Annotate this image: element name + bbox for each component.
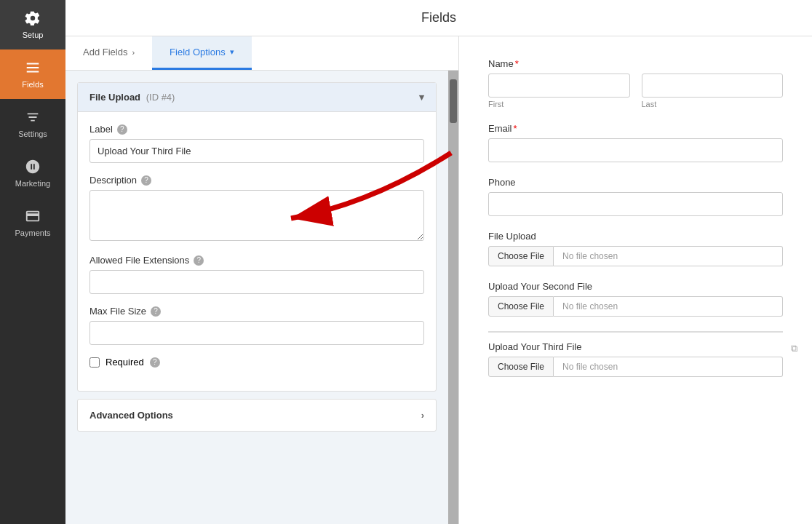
field-section-header[interactable]: File Upload (ID #4) ▾ bbox=[78, 83, 436, 112]
preview-second-file-group: Upload Your Second File Choose File No f… bbox=[488, 281, 783, 317]
third-file-no-file: No file chosen bbox=[554, 357, 783, 377]
first-name-sublabel: First bbox=[488, 100, 630, 108]
scrollbar-track[interactable] bbox=[448, 71, 458, 524]
preview-email-label: Email * bbox=[488, 123, 783, 134]
email-input[interactable] bbox=[488, 138, 783, 162]
payments-icon bbox=[25, 208, 41, 224]
preview-email-group: Email * bbox=[488, 123, 783, 162]
extensions-help-icon[interactable]: ? bbox=[194, 255, 204, 266]
chevron-down-icon: ▾ bbox=[230, 47, 234, 57]
max-size-field-label: Max File Size ? bbox=[89, 306, 424, 317]
file-upload-no-file: No file chosen bbox=[554, 246, 783, 266]
sidebar-item-settings-label: Settings bbox=[18, 130, 47, 138]
sidebar-item-payments-label: Payments bbox=[15, 229, 51, 237]
file-upload-row: Choose File No file chosen bbox=[488, 246, 783, 266]
last-name-input[interactable] bbox=[642, 74, 784, 98]
gear-icon bbox=[25, 10, 41, 26]
sidebar-item-settings[interactable]: Settings bbox=[0, 99, 65, 148]
preview-third-file-label: Upload Your Third File bbox=[488, 341, 783, 352]
required-label[interactable]: Required bbox=[106, 357, 144, 368]
panel-body: File Upload (ID #4) ▾ Label ? bbox=[65, 71, 448, 524]
field-section-title: File Upload bbox=[89, 92, 140, 103]
second-file-upload-row: Choose File No file chosen bbox=[488, 296, 783, 317]
field-section-id: (ID #4) bbox=[146, 92, 175, 103]
advanced-options-label: Advanced Options bbox=[89, 410, 173, 421]
max-size-group: Max File Size ? bbox=[89, 306, 424, 345]
right-panel: Name * First Last bbox=[458, 36, 812, 524]
chevron-down-icon: ▾ bbox=[419, 92, 424, 103]
fields-icon bbox=[25, 60, 41, 76]
chevron-right-icon: › bbox=[132, 48, 135, 57]
external-link-icon: ⧉ bbox=[791, 343, 797, 354]
required-group: Required ? bbox=[89, 357, 424, 368]
preview-name-group: Name * First Last bbox=[488, 58, 783, 108]
advanced-options-header[interactable]: Advanced Options › bbox=[78, 400, 436, 431]
last-name-sublabel: Last bbox=[642, 100, 784, 108]
max-size-input[interactable] bbox=[89, 321, 424, 345]
sidebar-item-fields-label: Fields bbox=[22, 80, 43, 89]
phone-input[interactable] bbox=[488, 192, 783, 216]
preview-second-file-label: Upload Your Second File bbox=[488, 281, 783, 292]
advanced-options-section: Advanced Options › bbox=[77, 399, 437, 432]
extensions-input[interactable] bbox=[89, 270, 424, 294]
description-help-icon[interactable]: ? bbox=[141, 175, 151, 186]
main-content: Fields Add Fields › Field Options ▾ bbox=[65, 0, 812, 524]
third-file-upload-row: Choose File No file chosen bbox=[488, 357, 783, 377]
preview-phone-group: Phone bbox=[488, 177, 783, 216]
sidebar-item-setup[interactable]: Setup bbox=[0, 0, 65, 49]
name-required-star: * bbox=[515, 58, 519, 69]
sidebar: Setup Fields Settings Marketing Payments bbox=[0, 0, 65, 524]
sidebar-item-fields[interactable]: Fields bbox=[0, 49, 65, 99]
preview-name-label: Name * bbox=[488, 58, 783, 69]
extensions-field-label: Allowed File Extensions ? bbox=[89, 255, 424, 266]
extensions-group: Allowed File Extensions ? bbox=[89, 255, 424, 294]
description-group: Description ? bbox=[89, 175, 424, 243]
sidebar-item-setup-label: Setup bbox=[23, 31, 44, 39]
preview-phone-label: Phone bbox=[488, 177, 783, 188]
field-body: Label ? Description ? bbox=[78, 112, 436, 391]
page-header: Fields bbox=[65, 0, 812, 36]
description-textarea[interactable] bbox=[89, 190, 424, 241]
first-name-wrap: First bbox=[488, 74, 630, 108]
file-upload-choose-btn[interactable]: Choose File bbox=[488, 246, 554, 266]
last-name-wrap: Last bbox=[642, 74, 784, 108]
name-fields-row: First Last bbox=[488, 74, 783, 108]
preview-third-file-group: Upload Your Third File Choose File No fi… bbox=[488, 331, 783, 377]
required-checkbox[interactable] bbox=[89, 357, 100, 368]
chevron-right-icon: › bbox=[421, 410, 424, 421]
field-upload-section: File Upload (ID #4) ▾ Label ? bbox=[77, 82, 437, 392]
preview-file-upload-label: File Upload bbox=[488, 231, 783, 242]
tabs-bar: Add Fields › Field Options ▾ bbox=[65, 36, 458, 71]
settings-icon bbox=[25, 109, 41, 125]
sidebar-item-payments[interactable]: Payments bbox=[0, 198, 65, 247]
preview-file-upload-group: File Upload Choose File No file chosen bbox=[488, 231, 783, 266]
max-size-help-icon[interactable]: ? bbox=[151, 306, 161, 317]
sidebar-item-marketing-label: Marketing bbox=[15, 179, 50, 188]
second-file-choose-btn[interactable]: Choose File bbox=[488, 296, 554, 317]
label-help-icon[interactable]: ? bbox=[117, 124, 127, 135]
scrollbar-thumb[interactable] bbox=[450, 79, 457, 123]
label-input[interactable] bbox=[89, 139, 424, 163]
first-name-input[interactable] bbox=[488, 74, 630, 98]
tab-add-fields[interactable]: Add Fields › bbox=[65, 36, 152, 70]
label-group: Label ? bbox=[89, 124, 424, 163]
label-field-label: Label ? bbox=[89, 124, 424, 135]
second-file-no-file: No file chosen bbox=[554, 296, 783, 317]
tab-field-options[interactable]: Field Options ▾ bbox=[152, 36, 252, 70]
marketing-icon bbox=[25, 159, 41, 175]
sidebar-item-marketing[interactable]: Marketing bbox=[0, 148, 65, 198]
form-preview: Name * First Last bbox=[488, 58, 783, 377]
third-file-choose-btn[interactable]: Choose File bbox=[488, 357, 554, 377]
description-field-label: Description ? bbox=[89, 175, 424, 186]
email-required-star: * bbox=[514, 123, 517, 134]
page-title: Fields bbox=[421, 10, 456, 25]
content-area: Add Fields › Field Options ▾ File Upload bbox=[65, 36, 812, 524]
left-panel: Add Fields › Field Options ▾ File Upload bbox=[65, 36, 458, 524]
required-help-icon[interactable]: ? bbox=[150, 357, 160, 368]
